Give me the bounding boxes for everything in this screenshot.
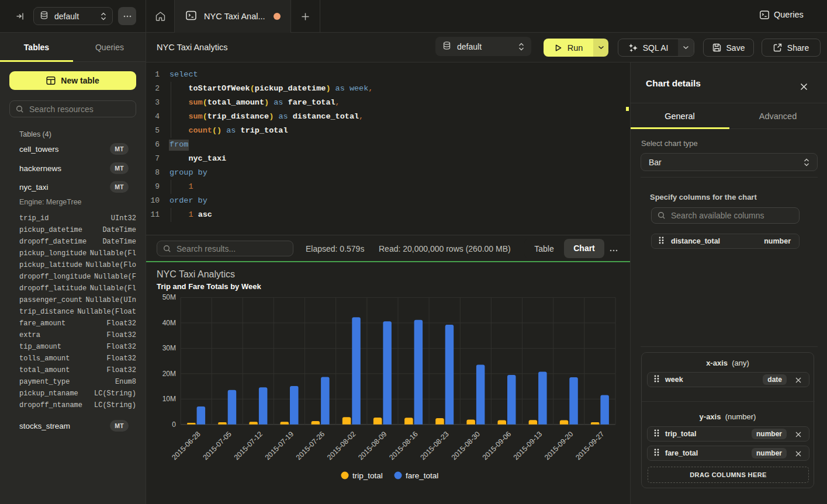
svg-text:2015-08-09: 2015-08-09 (357, 430, 388, 461)
svg-text:2015-06-28: 2015-06-28 (170, 430, 202, 461)
svg-text:Trip and Fare Totals by Week: Trip and Fare Totals by Week (157, 282, 261, 291)
svg-text:NYC Taxi Analytics: NYC Taxi Analytics (157, 269, 235, 279)
svg-text:2015-09-13: 2015-09-13 (512, 430, 544, 461)
svg-text:0: 0 (172, 420, 176, 429)
svg-text:2015-09-06: 2015-09-06 (481, 430, 513, 461)
svg-text:40M: 40M (162, 319, 176, 327)
svg-text:2015-07-12: 2015-07-12 (233, 430, 264, 461)
svg-text:2015-07-26: 2015-07-26 (295, 430, 326, 461)
svg-text:50M: 50M (162, 293, 176, 301)
svg-text:2015-07-19: 2015-07-19 (264, 430, 295, 461)
svg-text:2015-08-02: 2015-08-02 (326, 430, 357, 461)
svg-text:fare_total: fare_total (406, 471, 438, 480)
svg-text:2015-09-27: 2015-09-27 (574, 430, 605, 461)
svg-text:20M: 20M (162, 370, 176, 378)
svg-text:2015-08-16: 2015-08-16 (387, 430, 419, 461)
svg-text:2015-09-20: 2015-09-20 (543, 430, 575, 461)
svg-text:10M: 10M (162, 395, 176, 403)
svg-text:2015-07-05: 2015-07-05 (201, 430, 233, 461)
svg-text:2015-08-30: 2015-08-30 (450, 430, 482, 461)
svg-text:2015-08-23: 2015-08-23 (418, 430, 450, 461)
svg-text:trip_total: trip_total (352, 471, 383, 480)
svg-text:30M: 30M (162, 344, 176, 352)
